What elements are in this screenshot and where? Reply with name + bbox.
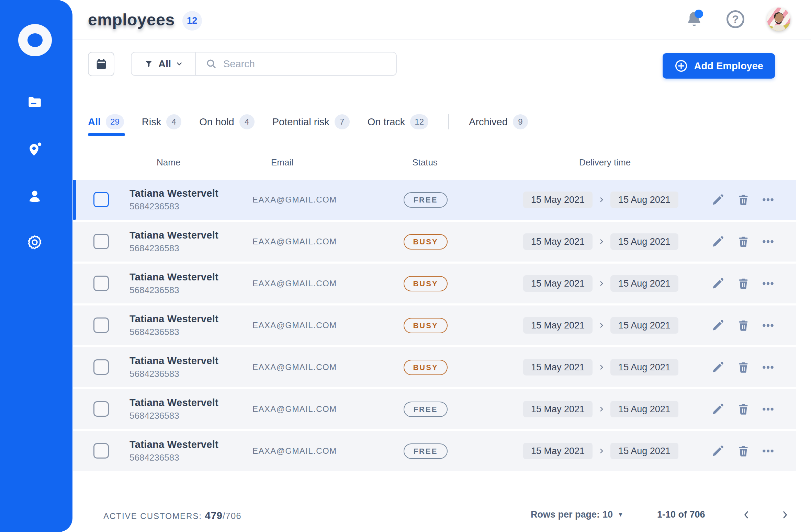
tab-count-badge: 4 <box>166 114 181 129</box>
date-to-chip[interactable]: 15 Aug 2021 <box>610 401 678 417</box>
edit-button[interactable] <box>710 360 725 375</box>
status-badge: BUSY <box>404 360 448 375</box>
more-actions-button[interactable] <box>761 276 776 291</box>
more-actions-button[interactable] <box>761 192 776 207</box>
date-to-chip[interactable]: 15 Aug 2021 <box>610 192 678 208</box>
next-page-button[interactable] <box>777 507 793 523</box>
more-actions-button[interactable] <box>761 318 776 333</box>
add-employee-label: Add Employee <box>694 60 763 72</box>
tab-on-hold[interactable]: On hold 4 <box>199 114 255 131</box>
more-actions-button[interactable] <box>761 402 776 417</box>
more-actions-button[interactable] <box>761 234 776 249</box>
employee-name: Tatiana Westervelt <box>129 439 218 450</box>
more-actions-button[interactable] <box>761 443 776 459</box>
row-checkbox[interactable] <box>93 234 109 249</box>
date-from-chip[interactable]: 15 May 2021 <box>523 275 593 292</box>
delete-button[interactable] <box>736 360 751 375</box>
date-from-chip[interactable]: 15 May 2021 <box>523 401 593 417</box>
table-row[interactable]: Tatiana Westervelt 5684236583 EAXA@GMAIL… <box>73 389 796 429</box>
row-checkbox[interactable] <box>93 359 109 375</box>
date-from-chip[interactable]: 15 May 2021 <box>523 443 593 459</box>
edit-button[interactable] <box>710 276 725 291</box>
active-customers-label: ACTIVE CUSTOMERS: <box>103 511 202 521</box>
date-from-chip[interactable]: 15 May 2021 <box>523 317 593 334</box>
table-row[interactable]: Tatiana Westervelt 5684236583 EAXA@GMAIL… <box>73 431 796 471</box>
sidebar <box>0 0 72 532</box>
folder-icon <box>26 94 43 110</box>
filter-dropdown[interactable]: All <box>132 53 196 75</box>
date-to-chip[interactable]: 15 Aug 2021 <box>610 443 678 459</box>
search-box <box>196 53 396 75</box>
active-customers-summary: ACTIVE CUSTOMERS: 479/706 <box>103 510 241 521</box>
table-row[interactable]: Tatiana Westervelt 5684236583 EAXA@GMAIL… <box>73 347 796 387</box>
date-to-chip[interactable]: 15 Aug 2021 <box>610 275 678 292</box>
edit-button[interactable] <box>710 443 725 459</box>
tab-count-badge: 9 <box>513 114 528 129</box>
sidebar-item-locations[interactable] <box>26 141 43 157</box>
help-button[interactable]: ? <box>726 10 744 28</box>
date-to-chip[interactable]: 15 Aug 2021 <box>610 317 678 334</box>
tab-group-divider <box>448 114 449 129</box>
rows-per-page-select[interactable]: Rows per page: 10 ▼ <box>531 509 623 520</box>
row-checkbox[interactable] <box>93 443 109 459</box>
date-from-chip[interactable]: 15 May 2021 <box>523 233 593 250</box>
trash-icon <box>736 193 750 207</box>
arrow-right-icon <box>598 447 605 455</box>
pencil-icon <box>711 277 725 290</box>
tab-label: Risk <box>142 116 161 128</box>
add-employee-button[interactable]: Add Employee <box>663 53 775 79</box>
chevron-right-icon <box>780 510 790 520</box>
delete-button[interactable] <box>736 192 751 207</box>
user-avatar[interactable] <box>767 8 790 31</box>
calendar-button[interactable] <box>88 52 114 76</box>
table-footer: ACTIVE CUSTOMERS: 479/706 Rows per page:… <box>72 507 811 524</box>
trash-icon <box>736 319 750 332</box>
delivery-time-cell: 15 May 2021 15 Aug 2021 <box>523 275 678 292</box>
sidebar-item-documents[interactable] <box>26 94 43 110</box>
sidebar-item-settings[interactable] <box>26 234 43 251</box>
date-to-chip[interactable]: 15 Aug 2021 <box>610 233 678 250</box>
row-checkbox[interactable] <box>93 401 109 417</box>
row-checkbox[interactable] <box>93 317 109 333</box>
more-actions-button[interactable] <box>761 360 776 375</box>
delete-button[interactable] <box>736 234 751 249</box>
column-header-status: Status <box>412 157 438 168</box>
edit-button[interactable] <box>710 234 725 249</box>
tab-risk[interactable]: Risk 4 <box>142 114 181 131</box>
notifications-button[interactable] <box>685 10 704 29</box>
row-checkbox[interactable] <box>93 276 109 291</box>
employee-phone: 5684236583 <box>129 369 218 379</box>
tab-archived[interactable]: Archived 9 <box>469 114 528 131</box>
employee-cell: Tatiana Westervelt 5684236583 <box>129 313 218 337</box>
delete-button[interactable] <box>736 443 751 459</box>
table-row[interactable]: Tatiana Westervelt 5684236583 EAXA@GMAIL… <box>73 180 796 220</box>
previous-page-button[interactable] <box>738 507 755 523</box>
delete-button[interactable] <box>736 402 751 417</box>
date-from-chip[interactable]: 15 May 2021 <box>523 359 593 375</box>
row-checkbox[interactable] <box>93 192 109 207</box>
delete-button[interactable] <box>736 276 751 291</box>
table-row[interactable]: Tatiana Westervelt 5684236583 EAXA@GMAIL… <box>73 222 796 262</box>
tab-count-badge: 12 <box>410 114 428 129</box>
tab-potential-risk[interactable]: Potential risk 7 <box>272 114 350 131</box>
employee-name: Tatiana Westervelt <box>129 355 218 367</box>
employee-cell: Tatiana Westervelt 5684236583 <box>129 397 218 421</box>
date-from-chip[interactable]: 15 May 2021 <box>523 192 593 208</box>
employee-email: EAXA@GMAIL.COM <box>252 321 337 330</box>
table-row[interactable]: Tatiana Westervelt 5684236583 EAXA@GMAIL… <box>73 305 796 345</box>
employee-email: EAXA@GMAIL.COM <box>252 446 337 456</box>
edit-button[interactable] <box>710 192 725 207</box>
employee-name: Tatiana Westervelt <box>129 271 218 283</box>
date-to-chip[interactable]: 15 Aug 2021 <box>610 359 678 375</box>
tab-all[interactable]: All 29 <box>88 114 124 131</box>
sidebar-item-employees[interactable] <box>26 188 43 204</box>
filter-search-control: All <box>131 52 397 76</box>
column-header-name: Name <box>157 157 180 168</box>
edit-button[interactable] <box>710 402 725 417</box>
edit-button[interactable] <box>710 318 725 333</box>
table-row[interactable]: Tatiana Westervelt 5684236583 EAXA@GMAIL… <box>73 264 796 303</box>
delete-button[interactable] <box>736 318 751 333</box>
tab-on-track[interactable]: On track 12 <box>368 114 428 131</box>
tab-count-badge: 7 <box>335 114 350 129</box>
search-input[interactable] <box>223 58 386 70</box>
